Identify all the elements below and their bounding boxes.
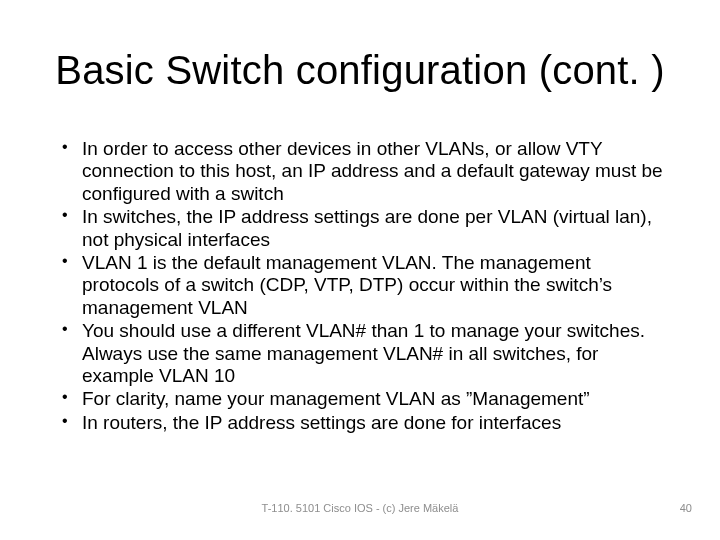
- page-number: 40: [680, 502, 692, 514]
- slide-body: In order to access other devices in othe…: [60, 138, 670, 435]
- list-item: In routers, the IP address settings are …: [60, 412, 670, 434]
- footer-text: T-110. 5101 Cisco IOS - (c) Jere Mäkelä: [0, 502, 720, 514]
- list-item: You should use a different VLAN# than 1 …: [60, 320, 670, 387]
- slide-title: Basic Switch configuration (cont. ): [0, 48, 720, 93]
- list-item: In switches, the IP address settings are…: [60, 206, 670, 251]
- bullet-list: In order to access other devices in othe…: [60, 138, 670, 434]
- list-item: In order to access other devices in othe…: [60, 138, 670, 205]
- list-item: VLAN 1 is the default management VLAN. T…: [60, 252, 670, 319]
- slide: Basic Switch configuration (cont. ) In o…: [0, 0, 720, 540]
- list-item: For clarity, name your management VLAN a…: [60, 388, 670, 410]
